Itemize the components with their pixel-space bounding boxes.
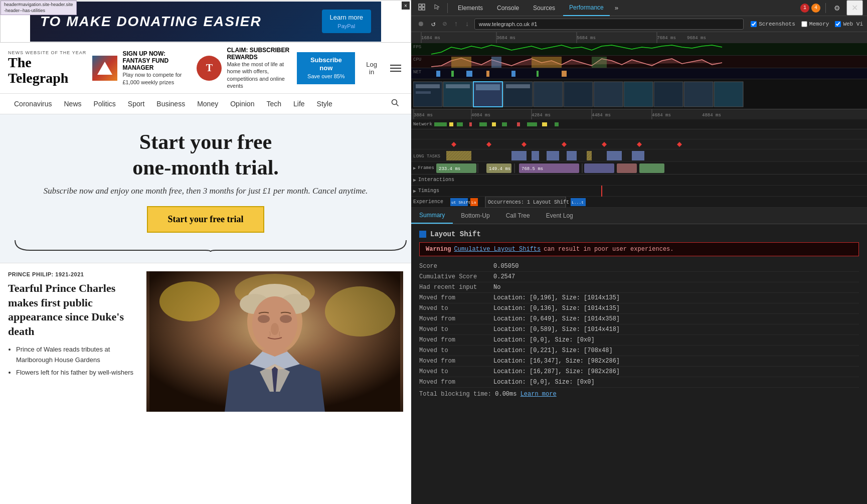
clear-button[interactable]: ⊘: [440, 19, 448, 29]
tab-elements[interactable]: Elements: [452, 0, 489, 16]
subscription-title: Start your free one-month trial.: [10, 129, 401, 180]
network-row: Network: [411, 119, 867, 129]
network-label: Network: [413, 122, 432, 127]
network-timeline-svg: [434, 120, 865, 128]
movement-row: Moved toLocation: [0,589], Size: [1014x4…: [419, 324, 859, 335]
webvi-label[interactable]: Web Vi: [835, 21, 863, 27]
import-button[interactable]: ↑: [452, 19, 460, 29]
learn-more-link[interactable]: Learn more: [521, 391, 557, 398]
svg-rect-97: [607, 151, 622, 160]
svg-rect-78: [542, 122, 547, 126]
nav-item-money[interactable]: Money: [191, 94, 224, 114]
tab-console[interactable]: Console: [491, 0, 525, 16]
svg-rect-49: [654, 82, 683, 107]
export-button[interactable]: ↓: [463, 19, 471, 29]
svg-rect-77: [527, 122, 537, 126]
tab-event-log[interactable]: Event Log: [538, 208, 581, 224]
timeline-overview-ruler: 1684 ms 3684 ms 5684 ms 7684 ms 9684 ms: [411, 32, 867, 43]
frames-label: ▶ Frames: [411, 165, 436, 171]
reload-button[interactable]: ↺: [429, 19, 437, 29]
settings-button[interactable]: ⚙: [831, 2, 843, 14]
webvi-checkbox[interactable]: [835, 21, 841, 27]
list-item: Prince of Wales reads tributes at Marlbo…: [16, 345, 138, 366]
tab-performance[interactable]: Performance: [563, 0, 610, 16]
timings-row: ▶ Timings: [411, 186, 867, 197]
devtools-cursor-button[interactable]: [430, 2, 443, 14]
memory-label[interactable]: Memory: [801, 21, 829, 27]
curly-bracket-decoration: [10, 238, 401, 253]
nav-item-tech[interactable]: Tech: [260, 94, 287, 114]
search-icon[interactable]: [387, 95, 403, 113]
nav-item-style[interactable]: Style: [311, 94, 338, 114]
tab-summary[interactable]: Summary: [411, 208, 453, 224]
hamburger-menu-button[interactable]: [388, 63, 403, 74]
devtools-inspect-button[interactable]: [415, 2, 428, 14]
promo-fund-manager[interactable]: SIGN UP NOW: FANTASY FUND MANAGER Play n…: [92, 50, 187, 86]
tab-bottom-up[interactable]: Bottom-Up: [453, 208, 497, 224]
svg-rect-93: [547, 151, 559, 160]
nav-item-sport[interactable]: Sport: [122, 94, 150, 114]
tab-call-tree[interactable]: Call Tree: [498, 208, 538, 224]
svg-rect-69: [434, 122, 447, 126]
frames-svg: 233.4 ms 149.4 ms 768.5 ms: [436, 162, 867, 175]
more-tabs-button[interactable]: »: [612, 2, 621, 14]
layout-shift-color-indicator: [419, 231, 426, 238]
filmstrip-svg: [413, 81, 865, 107]
subscribe-now-button[interactable]: Subscribe now Save over 85%: [297, 52, 355, 84]
screenshots-label[interactable]: Screenshots: [751, 21, 795, 27]
svg-text:5684 ms: 5684 ms: [577, 36, 596, 41]
svg-rect-16: [422, 4, 425, 7]
svg-point-4: [325, 286, 395, 337]
nav-item-opinion[interactable]: Opinion: [224, 94, 260, 114]
svg-rect-75: [502, 122, 507, 126]
timeline-ruler2-svg: 3884 ms 4084 ms 4284 ms 4484 ms 4684 ms …: [411, 109, 867, 119]
spacer-row: [411, 129, 867, 139]
svg-rect-74: [492, 122, 496, 126]
record-button[interactable]: ⏺: [415, 19, 426, 29]
svg-rect-73: [479, 122, 487, 126]
website-panel: header#navigation.site-header.site -head…: [0, 0, 411, 504]
movement-row: Moved fromLocation: [0,196], Size: [1014…: [419, 293, 859, 303]
svg-rect-94: [567, 151, 577, 160]
ad-close-button[interactable]: ×: [402, 2, 410, 10]
toolbar-separator-2: [825, 3, 826, 13]
telegraph-header: NEWS WEBSITE OF THE YEAR The Telegraph S…: [0, 43, 411, 94]
cumulative-layout-shifts-link[interactable]: Cumulative Layout Shifts: [454, 246, 541, 253]
bottom-tabs: Summary Bottom-Up Call Tree Event Log: [411, 208, 867, 224]
memory-checkbox[interactable]: [801, 21, 807, 27]
nav-item-coronavirus[interactable]: Coronavirus: [8, 94, 58, 114]
timeline-ruler-detailed: 3884 ms 4084 ms 4284 ms 4484 ms 4684 ms …: [411, 109, 867, 119]
movement-row: Moved fromLocation: [0,0], Size: [0x0]: [419, 377, 859, 388]
svg-rect-15: [419, 4, 421, 7]
nav-item-news[interactable]: News: [58, 94, 87, 114]
ad-learn-more-button[interactable]: Learn more PayPal: [322, 10, 371, 33]
close-devtools-button[interactable]: ✕: [846, 0, 863, 16]
promo-rewards[interactable]: T CLAIM: SUBSCRIBER REWARDS Make the mos…: [197, 47, 297, 89]
svg-rect-108: [584, 163, 614, 173]
svg-rect-51: [714, 82, 743, 107]
nav-item-business[interactable]: Business: [150, 94, 191, 114]
svg-text:L...t: L...t: [572, 200, 584, 205]
article-title[interactable]: Tearful Prince Charles makes first publi…: [8, 281, 138, 339]
layout-shift-title: Layout Shift: [430, 230, 481, 238]
svg-rect-34: [436, 71, 440, 77]
bottom-panel: Summary Bottom-Up Call Tree Event Log La…: [411, 208, 867, 504]
log-in-button[interactable]: Log in: [359, 59, 384, 78]
tooltip-bar: header#navigation.site-header.site -head…: [1, 1, 77, 15]
cpu-chart-svg: [411, 56, 867, 68]
net-chart: NET: [411, 68, 867, 79]
svg-rect-101: [477, 163, 478, 173]
nav-item-politics[interactable]: Politics: [88, 94, 122, 114]
svg-text:4684 ms: 4684 ms: [652, 113, 671, 118]
svg-text:7684 ms: 7684 ms: [657, 36, 676, 41]
url-input[interactable]: [474, 19, 744, 30]
article-section: PRINCE PHILIP: 1921-2021 Tearful Prince …: [0, 263, 411, 504]
nav-item-life[interactable]: Life: [287, 94, 311, 114]
svg-marker-81: [486, 142, 491, 147]
start-free-trial-button[interactable]: Start your free trial: [147, 206, 265, 233]
movement-rows: Moved fromLocation: [0,196], Size: [1014…: [419, 293, 859, 388]
screenshots-checkbox[interactable]: [751, 21, 757, 27]
telegraph-logo[interactable]: The Telegraph: [8, 55, 92, 86]
tab-sources[interactable]: Sources: [527, 0, 561, 16]
svg-line-1: [397, 104, 399, 106]
